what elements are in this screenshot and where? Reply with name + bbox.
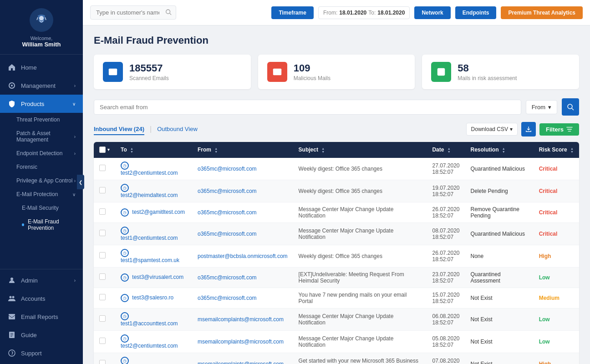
download-csv-button[interactable]: Download CSV ▾ bbox=[466, 123, 518, 136]
sidebar-item-email-security[interactable]: E-Mail Security bbox=[0, 201, 83, 215]
from-date: 18.01.2020 bbox=[339, 10, 366, 16]
svg-point-1 bbox=[39, 16, 44, 20]
sidebar-item-endpoint-detection[interactable]: Endpoint Detection › bbox=[0, 147, 83, 160]
row-checkbox[interactable] bbox=[99, 165, 106, 171]
chevron-down-icon: ∨ bbox=[72, 101, 76, 106]
svg-point-5 bbox=[10, 278, 13, 280]
customer-search-input[interactable] bbox=[90, 5, 176, 20]
search-email-button[interactable] bbox=[562, 98, 579, 116]
sidebar-item-label: Forensic bbox=[16, 164, 37, 170]
row-resolution: Quarantined Malicious bbox=[465, 158, 534, 180]
sidebar-item-admin[interactable]: Admin › bbox=[0, 271, 83, 289]
row-checkbox[interactable] bbox=[99, 338, 106, 344]
svg-rect-8 bbox=[9, 314, 15, 319]
sidebar-item-products[interactable]: Products ∨ bbox=[0, 95, 83, 113]
row-checkbox[interactable] bbox=[99, 315, 106, 322]
sidebar-item-home[interactable]: Home bbox=[0, 58, 83, 76]
download-icon-button[interactable] bbox=[521, 122, 536, 136]
select-all-checkbox[interactable] bbox=[99, 147, 106, 153]
sidebar-item-forensic[interactable]: Forensic bbox=[0, 160, 83, 174]
table-row: ◷ test2@centiumtest.com o365mc@microsoft… bbox=[94, 158, 579, 180]
risk-label: Mails in risk assessment bbox=[458, 75, 517, 81]
sidebar-item-email-reports[interactable]: Email Reports bbox=[0, 308, 83, 326]
sidebar-item-threat-prevention[interactable]: Threat Prevention bbox=[0, 113, 83, 126]
filters-button[interactable]: Filters bbox=[539, 123, 579, 136]
email-search-input[interactable] bbox=[94, 100, 521, 115]
sidebar-item-support[interactable]: Support bbox=[0, 344, 83, 362]
row-checkbox[interactable] bbox=[99, 230, 106, 236]
row-checkbox-cell bbox=[94, 353, 115, 364]
main-content: Timeframe From: 18.01.2020 To: 18.01.202… bbox=[83, 0, 590, 364]
row-to: ◷ test1@spamtest.com.uk bbox=[115, 245, 192, 267]
malicious-count: 109 bbox=[294, 62, 331, 74]
status-icon: ◷ bbox=[121, 162, 129, 170]
column-header-date: Date ▲▼ bbox=[427, 142, 465, 158]
row-resolution: Remove Quarantine Pending bbox=[465, 202, 534, 222]
to-address: test1@spamtest.com.uk bbox=[121, 257, 179, 263]
sidebar-item-label: Home bbox=[21, 64, 37, 71]
sidebar-item-email-protection[interactable]: E-Mail Protection ∨ bbox=[0, 187, 83, 201]
network-button[interactable]: Network bbox=[414, 6, 450, 19]
row-date: 26.07.202018:52:07 bbox=[427, 245, 465, 267]
timeframe-button[interactable]: Timeframe bbox=[271, 6, 313, 19]
tab-inbound[interactable]: Inbound View (24) bbox=[94, 124, 144, 135]
row-subject: Get started with your new Microsoft 365 … bbox=[293, 353, 427, 364]
chevron-right-icon: › bbox=[74, 278, 76, 283]
sidebar-item-management[interactable]: Management › bbox=[0, 76, 83, 95]
row-risk-score: High bbox=[534, 245, 579, 267]
endpoints-button[interactable]: Endpoints bbox=[455, 6, 497, 19]
svg-point-6 bbox=[10, 296, 12, 298]
row-risk-score: Critical bbox=[534, 158, 579, 180]
svg-point-14 bbox=[11, 354, 12, 355]
row-checkbox[interactable] bbox=[99, 273, 106, 280]
from-address: postmaster@bcbsla.onmicrosoft.com bbox=[198, 253, 288, 259]
row-checkbox[interactable] bbox=[99, 187, 106, 193]
row-checkbox-cell bbox=[94, 180, 115, 202]
sidebar-collapse-button[interactable]: ❮ bbox=[77, 175, 84, 189]
to-address: test2@gamitltest.com bbox=[132, 209, 185, 215]
from-filter-dropdown[interactable]: From ▾ bbox=[526, 100, 557, 114]
row-to: ◷ test3@centiumtest.com bbox=[115, 353, 192, 364]
row-to: ◷ test2@centiumtest.com bbox=[115, 158, 192, 180]
stat-info-risk: 58 Mails in risk assessment bbox=[458, 62, 517, 81]
sidebar-item-label: Email Reports bbox=[21, 313, 58, 320]
row-checkbox[interactable] bbox=[99, 252, 106, 258]
status-icon: ◷ bbox=[121, 357, 129, 364]
premium-button[interactable]: Premium Threat Analytics bbox=[501, 6, 583, 19]
customer-search-box bbox=[90, 5, 176, 20]
row-to: ◷ test2@centiumtest.com bbox=[115, 330, 192, 353]
risk-count: 58 bbox=[458, 62, 517, 74]
row-from: msemailcomplaints@microsoft.com bbox=[192, 330, 293, 353]
sidebar-item-label: E-Mail Protection bbox=[16, 191, 58, 197]
row-checkbox-cell bbox=[94, 308, 115, 330]
row-risk-score: Critical bbox=[534, 180, 579, 202]
chevron-down-icon: ▾ bbox=[548, 104, 551, 111]
row-checkbox-cell bbox=[94, 202, 115, 222]
download-csv-label: Download CSV bbox=[471, 126, 508, 132]
row-subject: Message Center Major Change Update Notif… bbox=[293, 202, 427, 222]
chevron-right-icon: › bbox=[74, 83, 76, 88]
sidebar-item-privilege-app[interactable]: Privilege & App Control › bbox=[0, 174, 83, 187]
row-to: ◷ test3@virusalert.com bbox=[115, 267, 192, 288]
chevron-down-icon: ▾ bbox=[510, 126, 513, 132]
row-subject: Message Center Major Change Update Notif… bbox=[293, 308, 427, 330]
sidebar-item-accounts[interactable]: Accounts bbox=[0, 289, 83, 308]
chevron-down-icon[interactable]: ▾ bbox=[107, 147, 110, 152]
row-from: msemailcomplaints@microsoft.com bbox=[192, 308, 293, 330]
column-header-from: From ▲▼ bbox=[192, 142, 293, 158]
status-icon: ◷ bbox=[121, 184, 129, 192]
to-address: test2@heimdaltest.com bbox=[121, 192, 178, 198]
tab-outbound[interactable]: Outbound View bbox=[157, 124, 198, 135]
row-checkbox[interactable] bbox=[99, 360, 106, 364]
row-checkbox[interactable] bbox=[99, 294, 106, 300]
collapse-arrow-icon: ❮ bbox=[79, 180, 82, 185]
sidebar-item-patch-asset[interactable]: Patch & Asset Management › bbox=[0, 126, 83, 147]
status-icon: ◷ bbox=[121, 227, 129, 235]
row-to: ◷ test2@gamitltest.com bbox=[115, 202, 192, 222]
sidebar-item-email-fraud-prevention[interactable]: E-Mail Fraud Prevention bbox=[0, 215, 83, 235]
sidebar-item-label: Products bbox=[21, 101, 44, 107]
row-checkbox[interactable] bbox=[99, 208, 106, 215]
table-row: ◷ test2@gamitltest.com o365mc@microsoft.… bbox=[94, 202, 579, 222]
from-address: o365mc@microsoft.com bbox=[198, 166, 257, 172]
sidebar-item-guide[interactable]: Guide bbox=[0, 326, 83, 344]
